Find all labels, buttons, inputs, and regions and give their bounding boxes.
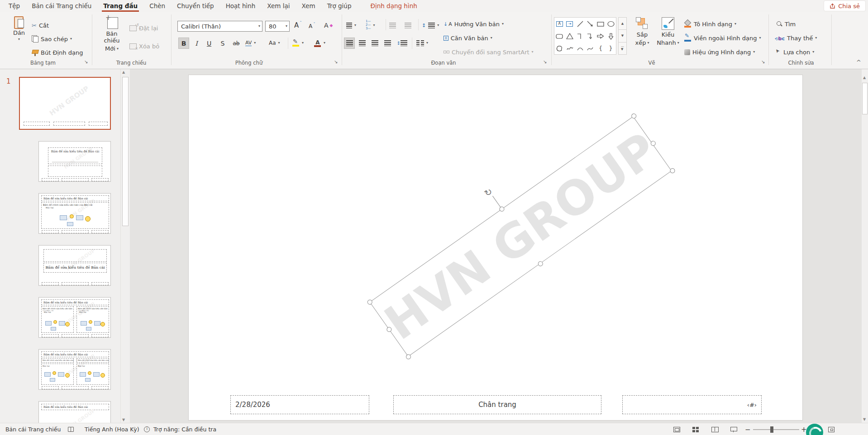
shape-elbow-arrow-icon[interactable] xyxy=(585,30,596,42)
tab-help[interactable]: Trợ giúp xyxy=(321,0,358,12)
shape-textbox-icon[interactable]: A xyxy=(554,18,565,30)
zoom-slider-track[interactable] xyxy=(753,429,799,430)
new-slide-button[interactable]: Bản chiếu Mới ▾ xyxy=(98,15,126,52)
clear-formatting-button[interactable]: A◆ xyxy=(324,20,333,31)
align-left-button[interactable] xyxy=(344,38,355,49)
tab-file[interactable]: Tệp xyxy=(3,0,26,12)
tab-insert[interactable]: Chèn xyxy=(143,0,171,12)
shape-arrow-icon[interactable] xyxy=(585,18,596,30)
strikethrough-button[interactable]: ab xyxy=(230,38,243,49)
underline-button[interactable]: U xyxy=(204,38,215,49)
paragraph-dialog-launcher[interactable]: ↘ xyxy=(543,59,547,64)
shape-rounded-rectangle-icon[interactable] xyxy=(554,30,565,42)
convert-smartart-button[interactable]: Chuyển đổi sang SmartArt ▾ xyxy=(444,47,534,57)
collapse-ribbon-button[interactable]: ^ xyxy=(856,59,861,66)
reset-slide-button[interactable]: Đặt lại xyxy=(129,23,158,33)
align-right-button[interactable] xyxy=(369,38,380,49)
main-vertical-scrollbar[interactable]: ▲ ▼ xyxy=(862,69,868,423)
shape-oval-icon[interactable] xyxy=(606,18,616,30)
accessibility-button[interactable]: Trợ năng: Cần điều tra xyxy=(144,423,216,435)
shape-curve-icon[interactable] xyxy=(585,42,596,54)
shape-fill-button[interactable]: Tô Hình dạng ▾ xyxy=(684,19,736,29)
clipboard-dialog-launcher[interactable]: ↘ xyxy=(84,59,88,64)
tab-view[interactable]: Xem xyxy=(296,0,321,12)
gallery-more-button[interactable]: —▼ xyxy=(618,43,627,55)
master-slide-thumbnail[interactable]: HVN GROUP xyxy=(19,77,111,130)
font-name-select[interactable]: Calibri (Thân) ▾ xyxy=(177,21,262,32)
scroll-up-arrow[interactable]: ▲ xyxy=(122,70,125,74)
align-center-button[interactable] xyxy=(357,38,367,49)
zoom-out-button[interactable]: − xyxy=(745,423,751,435)
tab-transitions[interactable]: Chuyển tiếp xyxy=(171,0,220,12)
paste-button[interactable]: Dán ▾ xyxy=(8,15,30,41)
layout-thumbnail-title-content[interactable]: HVN GROUP Bấm để sửa kiểu tiêu đề Bản cá… xyxy=(38,193,111,234)
tab-home[interactable]: Trang đầu xyxy=(97,0,143,12)
language-button[interactable]: Tiếng Anh (Hoa Kỳ) xyxy=(85,423,139,435)
layout-thumbnail-section-header[interactable]: HVN GROUP Bấm để sửa kiểu tiêu đề Bản cá… xyxy=(38,245,111,286)
delete-slide-button[interactable]: Xóa bỏ xyxy=(129,41,159,52)
share-button[interactable]: Chia sẻ xyxy=(824,1,865,11)
shape-right-arrow-icon[interactable] xyxy=(596,30,606,42)
gallery-scroll-up[interactable]: ▲ xyxy=(618,17,627,30)
view-reading-button[interactable] xyxy=(711,423,719,435)
scrollbar-thumb[interactable] xyxy=(122,77,129,226)
tab-shape-format[interactable]: Định dạng hình xyxy=(364,0,423,12)
zoom-slider-thumb[interactable] xyxy=(770,426,773,433)
date-placeholder[interactable]: 2/28/2026 xyxy=(230,395,369,414)
text-direction-button[interactable]: ↓A Hướng Văn bản ▾ xyxy=(444,19,504,29)
bold-button[interactable]: B xyxy=(178,38,189,49)
thumbnail-panel-scrollbar[interactable]: ▲ ▼ xyxy=(120,69,130,423)
font-dialog-launcher[interactable]: ↘ xyxy=(334,59,338,64)
tab-animations[interactable]: Hoạt hình xyxy=(220,0,262,12)
slide-number-placeholder[interactable]: ‹#› xyxy=(622,395,762,414)
font-color-button[interactable]: A ▾ xyxy=(314,38,325,48)
shape-left-brace-icon[interactable]: { xyxy=(596,42,606,54)
line-spacing-button[interactable]: ↕ ▾ xyxy=(422,20,439,31)
watermark-textbox[interactable]: HVN GROUP ↻ xyxy=(370,116,672,357)
increase-indent-button[interactable] xyxy=(405,20,411,31)
status-view-name[interactable]: Bản cái Trang chiếu xyxy=(5,423,61,435)
footer-placeholder[interactable]: Chân trang xyxy=(393,395,601,414)
view-sorter-button[interactable] xyxy=(692,423,699,435)
change-case-button[interactable]: Aa ▾ xyxy=(269,38,280,48)
shape-elbow-connector-icon[interactable] xyxy=(575,30,585,42)
layout-thumbnail-title-slide[interactable]: HVN GROUP Bấm để sửa kiểu tiêu đề Bản cá… xyxy=(38,141,111,182)
italic-button[interactable]: I xyxy=(191,38,202,49)
scroll-down-arrow[interactable]: ▼ xyxy=(122,418,125,422)
grow-font-button[interactable]: Aˆ xyxy=(294,20,302,31)
spellcheck-button[interactable] xyxy=(68,423,74,435)
character-spacing-button[interactable]: AV ▾ xyxy=(245,38,256,48)
scroll-down-arrow[interactable]: ▼ xyxy=(863,417,866,421)
shape-down-arrow-icon[interactable] xyxy=(606,30,616,42)
slide-canvas[interactable]: HVN GROUP ↻ 2/28/2026 Chân trang ‹#› xyxy=(188,75,803,421)
shape-outline-button[interactable]: Viền ngoài Hình dạng ▾ xyxy=(684,33,761,43)
shape-freeform-icon[interactable] xyxy=(554,42,565,54)
scrollbar-thumb[interactable] xyxy=(862,83,868,114)
shrink-font-button[interactable]: Aˇ xyxy=(309,21,315,32)
arrange-button[interactable]: Sắp xếp ▾ xyxy=(631,17,653,46)
decrease-indent-button[interactable] xyxy=(389,20,396,31)
layout-thumbnail-two-content[interactable]: HVN GROUP Bấm để sửa kiểu tiêu đề Bản cá… xyxy=(38,297,111,338)
shape-arc-icon[interactable] xyxy=(575,42,585,54)
font-size-select[interactable]: 80 ▾ xyxy=(265,21,290,32)
scroll-up-arrow[interactable]: ▲ xyxy=(863,76,866,80)
drawing-dialog-launcher[interactable]: ↘ xyxy=(761,59,765,64)
view-slideshow-button[interactable] xyxy=(730,423,737,435)
shape-rectangle-icon[interactable] xyxy=(596,18,606,30)
copy-button[interactable]: Sao chép ▾ xyxy=(32,33,72,44)
layout-thumbnail-comparison[interactable]: HVN GROUP Bấm để sửa kiểu tiêu đề Bản cá… xyxy=(38,349,111,390)
tab-review[interactable]: Xem lại xyxy=(261,0,296,12)
bullets-button[interactable]: ▾ xyxy=(346,20,356,31)
fit-to-window-button[interactable] xyxy=(828,423,835,435)
find-button[interactable]: Tìm xyxy=(777,19,796,29)
format-painter-button[interactable]: Bút Định dạng xyxy=(32,47,83,58)
text-shadow-button[interactable]: S xyxy=(217,38,228,49)
select-button[interactable]: Lựa chọn ▾ xyxy=(776,47,814,57)
view-normal-button[interactable] xyxy=(673,423,680,435)
quick-styles-button[interactable]: Kiểu Nhanh ▾ xyxy=(655,17,681,46)
tab-slide-master[interactable]: Bản cái Trang chiếu xyxy=(26,0,97,12)
shape-right-brace-icon[interactable]: } xyxy=(606,42,616,54)
columns-button[interactable]: ▾ xyxy=(416,38,428,48)
numbering-button[interactable]: 1—2—3— ▾ xyxy=(366,20,375,31)
cut-button[interactable]: ✂ Cắt xyxy=(32,20,49,31)
